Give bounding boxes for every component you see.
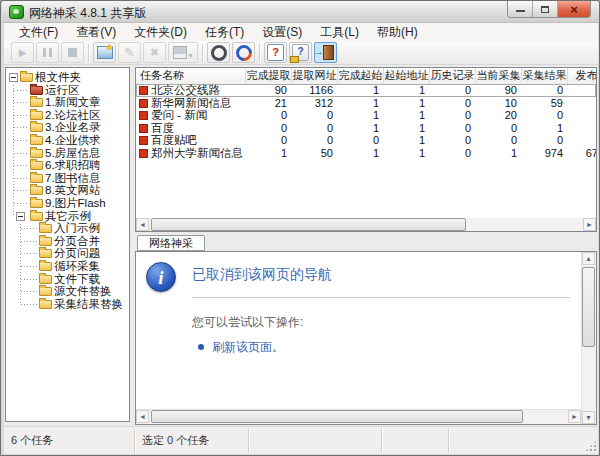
tree-item-3[interactable]: 2.论坛社区: [6, 109, 129, 122]
embedded-browser-panel: i 已取消到该网页的导航 您可以尝试以下操作: 刷新该页面。 ▲ ▼ ◄ ►: [135, 251, 597, 425]
task-value-cell: 1: [384, 84, 430, 97]
column-header-8[interactable]: 发布重复: [568, 68, 597, 84]
browser-horizontal-scrollbar[interactable]: ◄ ►: [136, 409, 581, 424]
table-header-row: 任务名称完成提取提取网址完成起始起始地址历史记录当前采集采集结果发布重复: [136, 68, 596, 84]
scrollbar-thumb[interactable]: [151, 410, 523, 423]
tree-item-11[interactable]: 其它示例: [6, 210, 129, 223]
column-header-5[interactable]: 历史记录: [430, 68, 476, 84]
folder-icon: [39, 224, 52, 233]
tree-connector-stub: [14, 115, 28, 116]
task-value-cell: 1: [384, 122, 430, 135]
tree-item-8[interactable]: 7.图书信息: [6, 172, 129, 185]
save-task-button[interactable]: [168, 42, 198, 63]
delete-task-button[interactable]: [143, 42, 166, 63]
scrollbar-thumb[interactable]: [151, 218, 466, 231]
tree-item-14[interactable]: 分页问题: [6, 247, 129, 260]
status-task-count: 6 个任务: [4, 428, 135, 453]
table-row-0[interactable]: 北京公交线路901166110900: [136, 84, 596, 97]
status-section-empty: [382, 428, 449, 453]
task-value-cell: 0: [430, 84, 476, 97]
column-header-0[interactable]: 任务名称: [136, 68, 246, 84]
menu-item-0[interactable]: 文件(F): [10, 23, 67, 41]
table-body: 北京公交线路901166110900新华网新闻信息213121101059爱问 …: [136, 84, 596, 159]
folder-icon: [39, 287, 52, 296]
refresh-page-link[interactable]: 刷新该页面。: [212, 339, 284, 356]
task-status-icon: [139, 111, 148, 120]
tree-item-6[interactable]: 5.房屋信息: [6, 147, 129, 160]
tab-browser[interactable]: 网络神采: [137, 235, 205, 251]
menu-item-2[interactable]: 文件夹(D): [125, 23, 196, 41]
tree-item-16[interactable]: 文件下载: [6, 273, 129, 286]
table-row-1[interactable]: 新华网新闻信息213121101059: [136, 97, 596, 110]
column-header-7[interactable]: 采集结果: [522, 68, 568, 84]
exit-button[interactable]: [314, 42, 337, 63]
tree-item-15[interactable]: 循环采集: [6, 260, 129, 273]
start-task-button[interactable]: [11, 42, 34, 63]
toolbar-separator: [202, 44, 203, 62]
tree-connector-stub: [14, 165, 28, 166]
task-value-cell: 1: [338, 122, 384, 135]
folder-icon: [30, 98, 43, 107]
column-header-2[interactable]: 提取网址: [292, 68, 338, 84]
tree-connector-stub: [21, 266, 37, 267]
help-button[interactable]: [264, 42, 287, 63]
scroll-up-icon[interactable]: ▲: [582, 252, 595, 265]
task-name-label: 百度: [151, 122, 174, 134]
task-value-cell: 0: [338, 134, 384, 147]
table-row-5[interactable]: 郑州大学新闻信息150110197467: [136, 147, 596, 160]
tree-item-9[interactable]: 8.英文网站: [6, 184, 129, 197]
edit-icon: [124, 45, 135, 60]
scroll-right-icon[interactable]: ►: [568, 410, 581, 423]
expander-minus-icon[interactable]: [9, 73, 18, 82]
task-value-cell: 0: [476, 134, 522, 147]
menu-item-1[interactable]: 查看(V): [67, 23, 125, 41]
folder-icon: [30, 111, 43, 120]
tree-item-5[interactable]: 4.企业供求: [6, 134, 129, 147]
tree-connector-stub: [14, 140, 28, 141]
tree-item-2[interactable]: 1.新闻文章: [6, 96, 129, 109]
menu-item-4[interactable]: 设置(S): [253, 23, 311, 41]
expander-minus-icon[interactable]: [16, 212, 25, 221]
browser-vertical-scrollbar[interactable]: ▲ ▼: [581, 252, 596, 424]
tree-item-4[interactable]: 3.企业名录: [6, 121, 129, 134]
menu-item-6[interactable]: 帮助(H): [368, 23, 427, 41]
scrollbar-thumb[interactable]: [582, 267, 595, 347]
edit-task-button[interactable]: [118, 42, 141, 63]
table-row-2[interactable]: 爱问 - 新闻00110200: [136, 109, 596, 122]
stop-all-button[interactable]: [207, 42, 230, 63]
menu-item-3[interactable]: 任务(T): [196, 23, 253, 41]
minimize-button[interactable]: [508, 1, 533, 17]
pause-task-button[interactable]: [36, 42, 59, 63]
tree-item-13[interactable]: 分页合并: [6, 235, 129, 248]
scroll-left-icon[interactable]: ◄: [136, 218, 149, 231]
context-help-button[interactable]: [289, 42, 312, 63]
column-header-3[interactable]: 完成起始: [338, 68, 384, 84]
tree-item-17[interactable]: 源文件替换: [6, 285, 129, 298]
task-value-cell: 0: [292, 134, 338, 147]
tree-item-18[interactable]: 采集结果替换: [6, 298, 129, 311]
menu-item-5[interactable]: 工具(L): [311, 23, 368, 41]
close-button[interactable]: ×: [558, 1, 590, 17]
table-row-4[interactable]: 百度贴吧0001000: [136, 134, 596, 147]
column-header-4[interactable]: 起始地址: [384, 68, 430, 84]
scroll-down-icon[interactable]: ▼: [582, 411, 595, 424]
table-horizontal-scrollbar[interactable]: ◄ ►: [136, 218, 596, 231]
tree-item-1[interactable]: 运行区: [6, 84, 129, 97]
column-header-6[interactable]: 当前采集: [476, 68, 522, 84]
table-row-3[interactable]: 百度0011001: [136, 122, 596, 135]
maximize-button[interactable]: [533, 1, 558, 17]
stop-task-button[interactable]: [61, 42, 84, 63]
tree-item-0[interactable]: 根文件夹: [6, 71, 129, 84]
scroll-right-icon[interactable]: ►: [583, 218, 596, 231]
scroll-left-icon[interactable]: ◄: [136, 410, 149, 423]
tree-item-12[interactable]: 入门示例: [6, 222, 129, 235]
bullet-icon: [198, 344, 204, 350]
column-header-1[interactable]: 完成提取: [246, 68, 292, 84]
task-value-cell: 0: [522, 134, 568, 147]
open-browser-button[interactable]: [232, 42, 255, 63]
tree-item-10[interactable]: 9.图片Flash: [6, 197, 129, 210]
tree-item-7[interactable]: 6.求职招聘: [6, 159, 129, 172]
task-value-cell: 0: [430, 147, 476, 160]
new-task-button[interactable]: [93, 42, 116, 63]
close-icon: ×: [570, 3, 578, 16]
